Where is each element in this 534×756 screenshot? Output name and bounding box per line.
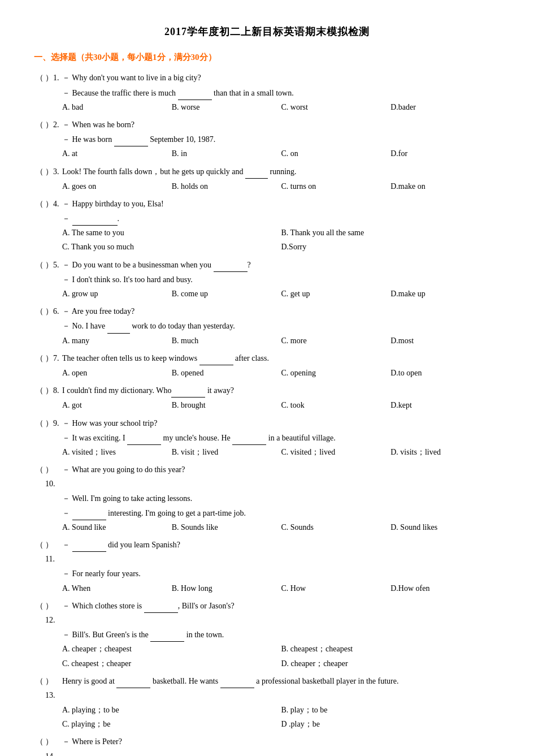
q11-blank — [72, 543, 106, 552]
q1-options: A. bad B. worse C. worst D.bader — [62, 100, 500, 114]
q5-lparen: （ — [34, 258, 45, 272]
q9-blank2 — [232, 436, 266, 445]
q6-rparen: ）6. — [45, 304, 62, 318]
q2-rparen: ）2. — [45, 118, 62, 132]
q10-blank — [72, 511, 106, 520]
q7-options: A. open B. opened C. opening D.to open — [62, 366, 500, 380]
q14-lparen: （ — [34, 735, 45, 749]
q5-dialog2: － I don't think so. It's too hard and bu… — [62, 273, 500, 287]
q7-optA: A. open — [62, 366, 166, 380]
q6-blank — [107, 325, 130, 334]
q12-lparen: （ — [34, 599, 45, 613]
q7-optD: D.to open — [390, 366, 494, 380]
q4-lparen: （ — [34, 197, 45, 211]
q2-optD: D.for — [390, 146, 494, 161]
q5-body: － Do you want to be a businessman when y… — [62, 258, 500, 272]
q4-dialog1: － Happy birthday to you, Elsa! — [62, 200, 164, 208]
q4-options: A. The same to you B. Thank you all the … — [62, 226, 500, 254]
question-9: （ ）9. － How was your school trip? － It w… — [34, 416, 500, 460]
q10-options: A. Sound like B. Sounds like C. Sounds D… — [62, 520, 500, 534]
q3-options: A. goes on B. holds on C. turns on D.mak… — [62, 179, 500, 193]
q5-optC: C. get up — [281, 287, 385, 301]
q12-optA: A. cheaper；cheapest — [62, 642, 276, 656]
q8-body: I couldn't find my dictionary. Who it aw… — [62, 383, 500, 398]
q8-optC: C. took — [281, 398, 385, 412]
q6-dialog2: － No. I have work to do today than yeste… — [62, 319, 500, 333]
page-title: 2017学年度初二上新目标英语期末模拟检测 — [34, 23, 500, 41]
q2-body: － When was he born? — [62, 118, 500, 132]
q12-body: － Which clothes store is , Bill's or Jas… — [62, 599, 500, 613]
q11-lparen: （ — [34, 538, 45, 552]
q13-lparen: （ — [34, 674, 45, 688]
q10-optA: A. Sound like — [62, 520, 166, 534]
q8-options: A. got B. brought C. took D.kept — [62, 398, 500, 412]
q3-body: Look! The fourth falls down，but he gets … — [62, 165, 500, 179]
q4-optC: C. Thank you so much — [62, 240, 276, 254]
q13-optD: D .play；be — [281, 717, 495, 731]
q7-rparen: ）7. — [45, 351, 62, 365]
question-1: （ ）1. － Why don't you want to live in a … — [34, 71, 500, 114]
question-14: （ ）14. － Where is Peter? — [34, 735, 500, 756]
q2-lparen: （ — [34, 118, 45, 132]
q3-lparen: （ — [34, 165, 45, 179]
q13-dialog1: Henry is good at basketball. He wants a … — [62, 677, 399, 685]
question-4: （ ）4. － Happy birthday to you, Elsa! － .… — [34, 197, 500, 254]
q8-lparen: （ — [34, 383, 45, 398]
question-3: （ ）3. Look! The fourth falls down，but he… — [34, 165, 500, 193]
question-12: （ ）12. － Which clothes store is , Bill's… — [34, 599, 500, 671]
q11-optB: B. How long — [172, 581, 276, 595]
q12-optC: C. cheapest；cheaper — [62, 656, 276, 671]
q13-body: Henry is good at basketball. He wants a … — [62, 674, 500, 688]
q7-optB: B. opened — [172, 366, 276, 380]
q9-lparen: （ — [34, 416, 45, 430]
q10-optB: B. Sounds like — [172, 520, 276, 534]
q12-dialog2: － Bill's. But Green's is the in the town… — [62, 628, 500, 642]
q9-optC: C. visited；lived — [281, 445, 385, 459]
q12-dialog1: － Which clothes store is , Bill's or Jas… — [62, 602, 235, 610]
q5-optA: A. grow up — [62, 287, 166, 301]
q1-optB: B. worse — [172, 100, 276, 114]
q11-optD: D.How ofen — [390, 581, 494, 595]
q11-body: － did you learn Spanish? — [62, 538, 500, 552]
q3-optD: D.make on — [390, 179, 494, 193]
section1-title: 一、选择题（共30小题，每小题1分，满分30分） — [34, 50, 500, 65]
q3-optA: A. goes on — [62, 179, 166, 193]
q11-optA: A. When — [62, 581, 166, 595]
q1-rparen: ）1. — [45, 71, 62, 85]
q10-rparen: ）10. — [45, 463, 62, 491]
q5-optB: B. come up — [172, 287, 276, 301]
q1-optA: A. bad — [62, 100, 166, 114]
q13-rparen: ）13. — [45, 674, 62, 702]
q4-optD: D.Sorry — [281, 240, 495, 254]
q9-options: A. visited；lives B. visit；lived C. visit… — [62, 445, 500, 459]
q13-options: A. playing；to be B. play；to be C. playin… — [62, 703, 500, 731]
question-8: （ ）8. I couldn't find my dictionary. Who… — [34, 383, 500, 412]
q12-optB: B. cheapest；cheapest — [281, 642, 495, 656]
q8-blank — [171, 388, 205, 398]
q6-optD: D.most — [390, 334, 494, 348]
q13-optA: A. playing；to be — [62, 703, 276, 717]
q7-lparen: （ — [34, 351, 45, 365]
q4-body: － Happy birthday to you, Elsa! — [62, 197, 500, 211]
q11-dialog2: － For nearly four years. — [62, 567, 500, 581]
q12-options: A. cheaper；cheapest B. cheapest；cheapest… — [62, 642, 500, 670]
q2-optA: A. at — [62, 146, 166, 161]
q10-lparen: （ — [34, 463, 45, 477]
q1-dialog1: － Why don't you want to live in a big ci… — [62, 74, 201, 82]
q3-rparen: ）3. — [45, 165, 62, 179]
q2-optB: B. in — [172, 146, 276, 161]
q7-body: The teacher often tells us to keep windo… — [62, 351, 500, 365]
question-6: （ ）6. － Are you free today? － No. I have… — [34, 304, 500, 348]
q11-optC: C. How — [281, 581, 385, 595]
q12-rparen: ）12. — [45, 599, 62, 627]
question-5: （ ）5. － Do you want to be a businessman … — [34, 258, 500, 301]
q6-dialog1: － Are you free today? — [62, 307, 134, 316]
question-13: （ ）13. Henry is good at basketball. He w… — [34, 674, 500, 732]
q3-optC: C. turns on — [281, 179, 385, 193]
q11-options: A. When B. How long C. How D.How ofen — [62, 581, 500, 595]
q8-optD: D.kept — [390, 398, 494, 412]
q12-optD: D. cheaper；cheaper — [281, 656, 495, 671]
q10-dialog1: － What are you going to do this year? — [62, 465, 185, 474]
q9-optD: D. visits；lived — [390, 445, 494, 459]
q2-dialog1: － When was he born? — [62, 120, 134, 129]
